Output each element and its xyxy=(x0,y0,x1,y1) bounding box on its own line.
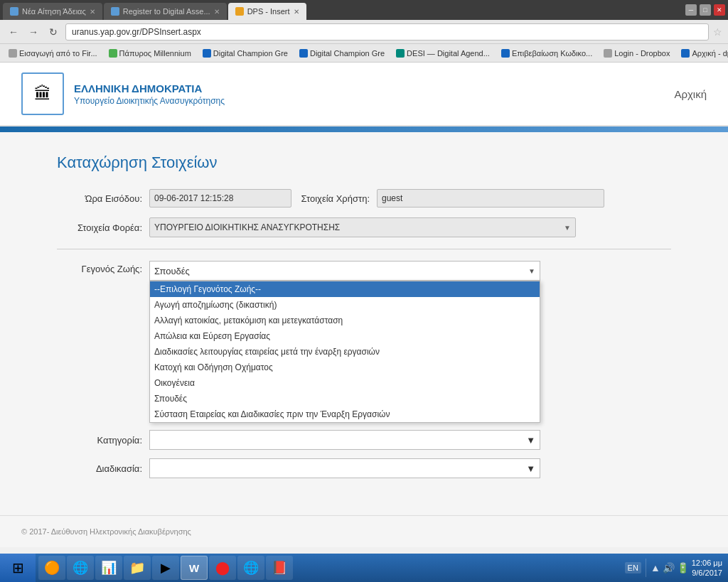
bookmark-5-label: DESI — Digital Agend... xyxy=(407,49,490,58)
dropdown-item-7[interactable]: Σπουδές xyxy=(150,391,540,406)
gegonos-dropdown-trigger[interactable]: Σπουδές ▼ xyxy=(149,261,540,281)
gegonos-dropdown-value: Σπουδές xyxy=(154,266,190,276)
url-bar[interactable]: uranus.yap.gov.gr/DPSInsert.aspx xyxy=(65,23,709,41)
tab-3[interactable]: DPS - Insert ✕ xyxy=(228,3,306,20)
bookmark-2-label: Πάπυρος Millennium xyxy=(119,49,191,58)
tab-1[interactable]: Νέα Αίτηση Άδειας ✕ xyxy=(3,3,102,20)
tab-2-close[interactable]: ✕ xyxy=(214,8,220,16)
bookmark-8[interactable]: Αρχική - dps xyxy=(677,48,728,59)
page-content: 🏛 ΕΛΛΗΝΙΚΗ ΔΗΜΟΚΡΑΤΙΑ Υπουργείο Διοικητι… xyxy=(0,63,728,547)
time-input[interactable] xyxy=(149,189,291,208)
category-select[interactable]: ▼ xyxy=(149,430,540,450)
bookmark-2-icon xyxy=(109,49,117,58)
time-label: Ώρα Εισόδου: xyxy=(57,193,142,204)
dropdown-item-6[interactable]: Οικογένεια xyxy=(150,375,540,391)
bookmarks-bar: Εισαγωγή από το Fir... Πάπυρος Millenniu… xyxy=(0,44,728,63)
header-nav-link[interactable]: Αρχική xyxy=(674,88,707,100)
user-input[interactable] xyxy=(377,189,604,208)
diadikasia-select-arrow: ▼ xyxy=(526,463,535,474)
bookmark-7-icon xyxy=(604,49,612,58)
foreas-select-value: ΥΠΟΥΡΓΕΙΟ ΔΙΟΙΚΗΤΙΚΗΣ ΑΝΑΣΥΓΚΡΟΤΗΣΗΣ xyxy=(154,222,340,232)
tab-3-close[interactable]: ✕ xyxy=(294,8,299,16)
tab-1-close[interactable]: ✕ xyxy=(90,8,95,16)
bookmark-1[interactable]: Εισαγωγή από το Fir... xyxy=(4,48,102,59)
category-label: Κατηγορία: xyxy=(57,435,142,446)
bookmark-star[interactable]: ☆ xyxy=(713,26,722,38)
time-user-row: Ώρα Εισόδου: Στοιχεία Χρήστη: xyxy=(57,189,671,208)
tab-bar: Νέα Αίτηση Άδειας ✕ Register to Digital … xyxy=(3,0,306,20)
bookmark-8-label: Αρχική - dps xyxy=(692,49,728,58)
gegonos-dropdown-arrow: ▼ xyxy=(528,267,535,275)
blue-divider xyxy=(0,126,728,132)
tab-3-label: DPS - Insert xyxy=(247,7,290,16)
address-bar: ← → ↻ uranus.yap.gov.gr/DPSInsert.aspx ☆ xyxy=(0,20,728,44)
diadikasia-label: Διαδικασία: xyxy=(57,463,142,474)
bookmark-3-label: Digital Champion Gre xyxy=(213,49,288,58)
bookmark-8-icon xyxy=(681,49,690,58)
url-text: uranus.yap.gov.gr/DPSInsert.aspx xyxy=(72,27,201,37)
foreas-row: Στοιχεία Φορέα: ΥΠΟΥΡΓΕΙΟ ΔΙΟΙΚΗΤΙΚΗΣ ΑΝ… xyxy=(57,217,671,249)
logo-area: 🏛 ΕΛΛΗΝΙΚΗ ΔΗΜΟΚΡΑΤΙΑ Υπουργείο Διοικητι… xyxy=(21,72,225,115)
title-bar: Νέα Αίτηση Άδειας ✕ Register to Digital … xyxy=(0,0,728,20)
bookmark-4-icon xyxy=(299,49,308,58)
dropdown-item-1[interactable]: Αγωγή αποζημίωσης (δικαστική) xyxy=(150,297,540,313)
category-row: Κατηγορία: ▼ xyxy=(57,430,671,450)
page-title: Καταχώρηση Στοιχείων xyxy=(57,153,671,172)
organization-title: ΕΛΛΗΝΙΚΗ ΔΗΜΟΚΡΑΤΙΑ xyxy=(74,82,225,95)
gegonos-dropdown-container: Σπουδές ▼ --Επιλογή Γεγονότος Ζωής-- Αγω… xyxy=(149,261,540,281)
diadikasia-select[interactable]: ▼ xyxy=(149,458,540,478)
gegonos-label: Γεγονός Ζωής: xyxy=(57,261,142,274)
tab-2[interactable]: Register to Digital Asse... ✕ xyxy=(104,3,227,20)
window-controls: ─ □ ✕ xyxy=(685,4,725,16)
category-select-arrow: ▼ xyxy=(526,435,535,446)
bookmark-6-label: Επιβεβαίωση Κωδικο... xyxy=(512,49,592,58)
foreas-select[interactable]: ΥΠΟΥΡΓΕΙΟ ΔΙΟΙΚΗΤΙΚΗΣ ΑΝΑΣΥΓΚΡΟΤΗΣΗΣ ▼ xyxy=(149,217,576,237)
dropdown-item-3[interactable]: Απώλεια και Εύρεση Εργασίας xyxy=(150,328,540,344)
forward-button[interactable]: → xyxy=(26,24,41,40)
bookmark-5-icon xyxy=(396,49,405,58)
tab-1-label: Νέα Αίτηση Άδειας xyxy=(22,7,86,16)
bookmark-4[interactable]: Digital Champion Gre xyxy=(295,48,389,59)
dropdown-item-2[interactable]: Αλλαγή κατοικίας, μετακόμιση και μετεγκα… xyxy=(150,313,540,328)
bookmark-7[interactable]: Login - Dropbox xyxy=(599,48,674,59)
diadikasia-row: Διαδικασία: ▼ xyxy=(57,458,671,478)
organization-subtitle: Υπουργείο Διοικητικής Ανασυγκρότησης xyxy=(74,96,225,106)
bookmark-4-label: Digital Champion Gre xyxy=(310,49,385,58)
tab-1-icon xyxy=(10,7,18,16)
form-area: Καταχώρηση Στοιχείων Ώρα Εισόδου: Στοιχε… xyxy=(0,132,728,515)
logo-text: ΕΛΛΗΝΙΚΗ ΔΗΜΟΚΡΑΤΙΑ Υπουργείο Διοικητική… xyxy=(74,82,225,106)
close-button[interactable]: ✕ xyxy=(714,4,725,16)
gegonos-section: Γεγονός Ζωής: Σπουδές ▼ --Επιλογή Γεγονό… xyxy=(57,261,671,478)
foreas-select-arrow: ▼ xyxy=(564,224,571,232)
footer-text: © 2017- Διεύθυνση Ηλεκτρονικής Διακυβέρν… xyxy=(21,527,191,536)
bookmark-2[interactable]: Πάπυρος Millennium xyxy=(105,48,196,59)
minimize-button[interactable]: ─ xyxy=(685,4,697,16)
bookmark-7-label: Login - Dropbox xyxy=(614,49,670,58)
user-label: Στοιχεία Χρήστη: xyxy=(299,193,370,204)
logo-image: 🏛 xyxy=(21,72,64,115)
bookmark-3[interactable]: Digital Champion Gre xyxy=(198,48,292,59)
back-button[interactable]: ← xyxy=(6,24,21,40)
dropdown-item-5[interactable]: Κατοχή και Οδήγηση Οχήματος xyxy=(150,360,540,375)
maximize-button[interactable]: □ xyxy=(700,4,711,16)
tab-3-icon xyxy=(235,7,244,16)
bookmark-1-label: Εισαγωγή από το Fir... xyxy=(19,49,97,58)
tab-2-icon xyxy=(111,7,119,16)
refresh-button[interactable]: ↻ xyxy=(46,24,61,40)
dropdown-item-0[interactable]: --Επιλογή Γεγονότος Ζωής-- xyxy=(150,281,540,297)
bookmark-1-icon xyxy=(9,49,17,58)
browser-window: Νέα Αίτηση Άδειας ✕ Register to Digital … xyxy=(0,0,728,547)
bookmark-3-icon xyxy=(203,49,211,58)
logo-emoji: 🏛 xyxy=(34,84,51,104)
gegonos-dropdown-list: --Επιλογή Γεγονότος Ζωής-- Αγωγή αποζημί… xyxy=(149,281,540,423)
site-header: 🏛 ΕΛΛΗΝΙΚΗ ΔΗΜΟΚΡΑΤΙΑ Υπουργείο Διοικητι… xyxy=(0,63,728,126)
dropdown-item-8[interactable]: Σύσταση Εταιρείας και Διαδικασίες πριν τ… xyxy=(150,406,540,422)
gegonos-row: Γεγονός Ζωής: Σπουδές ▼ --Επιλογή Γεγονό… xyxy=(57,261,671,281)
foreas-label: Στοιχεία Φορέα: xyxy=(57,222,142,233)
page-footer: © 2017- Διεύθυνση Ηλεκτρονικής Διακυβέρν… xyxy=(0,515,728,547)
dropdown-item-4[interactable]: Διαδικασίες λειτουργίας εταιρείας μετά τ… xyxy=(150,344,540,360)
bookmark-6[interactable]: Επιβεβαίωση Κωδικο... xyxy=(497,48,596,59)
bookmark-6-icon xyxy=(501,49,510,58)
tab-2-label: Register to Digital Asse... xyxy=(123,7,210,16)
bookmark-5[interactable]: DESI — Digital Agend... xyxy=(392,48,494,59)
